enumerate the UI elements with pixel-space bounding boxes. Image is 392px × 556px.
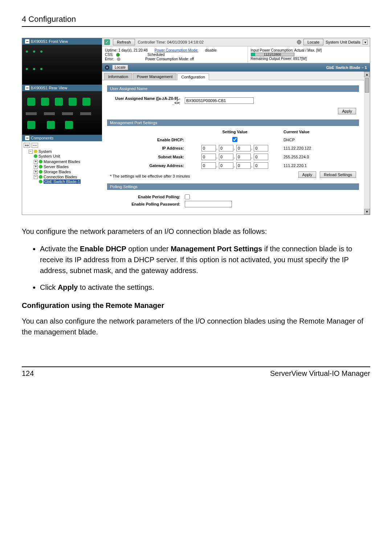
switch-blade-bar: Locate GbE Switch Blade – 1	[102, 63, 370, 72]
subnet-octet-4[interactable]	[254, 154, 268, 160]
tree-system[interactable]: System	[38, 149, 52, 154]
status-icon	[39, 160, 42, 163]
tab-configuration[interactable]: Configuration	[177, 73, 209, 80]
dhcp-current: DHCP	[283, 138, 356, 142]
locate-indicator-icon	[297, 40, 301, 44]
refresh-button[interactable]: Refresh	[113, 39, 135, 45]
locate-blade-button[interactable]: Locate	[112, 65, 128, 70]
scheduled-label: Scheduled	[147, 53, 164, 57]
tree-storage-blades[interactable]: Storage Blades	[44, 170, 71, 174]
css-status-icon	[116, 53, 120, 57]
tab-information[interactable]: Information	[104, 73, 132, 80]
management-port-settings-header: Management Port Settings	[107, 119, 359, 126]
closing-paragraph: You can also configure the network param…	[22, 316, 370, 337]
list-item: Activate the Enable DHCP option under Ma…	[40, 243, 370, 276]
remaining-power-label: Remaining Output Power: 8917[W]	[251, 57, 307, 61]
subnet-octet-2[interactable]	[219, 154, 233, 160]
apply-user-name-button[interactable]: Apply	[338, 108, 356, 114]
status-icon	[39, 165, 42, 169]
page-header: 4 Configuration	[22, 15, 370, 24]
expander-icon[interactable]: −	[29, 150, 33, 154]
components-header[interactable]: − Components	[22, 135, 102, 141]
enable-dhcp-checkbox[interactable]	[232, 137, 237, 142]
tree-mgmt-blades[interactable]: Management Blades	[44, 159, 80, 164]
apply-port-settings-button[interactable]: Apply	[298, 171, 317, 178]
ip-octet-2[interactable]	[219, 145, 233, 151]
subnet-mask-label: Subnet Mask:	[110, 155, 186, 159]
gateway-current: 111.22.220.1	[283, 163, 356, 168]
css-label: CSS:	[105, 53, 113, 57]
expander-icon[interactable]: −	[34, 175, 38, 179]
vertical-scrollbar[interactable]: ▲ ▼	[364, 72, 370, 215]
status-icon	[34, 154, 37, 158]
ip-octet-1[interactable]	[201, 145, 216, 151]
reload-settings-button[interactable]: Reload Settings	[320, 171, 356, 178]
subnet-octet-1[interactable]	[201, 154, 216, 160]
subnet-current: 255.255.224.0	[283, 155, 356, 159]
gw-octet-2[interactable]	[219, 162, 233, 169]
switch-blade-title: GbE Switch Blade – 1	[326, 65, 367, 70]
enable-period-polling-label: Enable Period Polling:	[110, 195, 183, 199]
polling-settings-header: Polling Settings	[107, 183, 359, 190]
page-footer: 124 ServerView Virtual-IO Manager	[22, 367, 370, 378]
locate-button[interactable]: Locate	[303, 39, 323, 45]
gw-octet-3[interactable]	[236, 162, 251, 169]
top-bar: ✓ Refresh Controller Time: 04/01/2009 14…	[102, 38, 370, 46]
system-unit-details-label: System Unit Details	[326, 40, 360, 44]
error-status-icon	[117, 57, 121, 61]
scroll-thumb[interactable]	[365, 78, 369, 93]
expander-icon[interactable]: +	[34, 165, 38, 169]
status-icon	[39, 180, 42, 183]
enable-period-polling-checkbox[interactable]	[185, 194, 190, 199]
error-label: Error:	[105, 57, 114, 61]
scroll-down-icon[interactable]: ▼	[364, 209, 370, 215]
collapse-all-icon[interactable]: −−	[32, 143, 38, 148]
tab-power-management[interactable]: Power Management	[133, 73, 176, 80]
tree-gbe-switch-1[interactable]: GbE Switch Blade-1	[44, 179, 81, 184]
left-column: − BX900S1 Front View − BX900S1 Rear View	[22, 38, 102, 215]
expander-icon[interactable]: +	[34, 160, 38, 164]
collapse-icon[interactable]: −	[25, 136, 29, 140]
pcm-value: disable	[205, 48, 217, 52]
rear-view-image	[22, 91, 102, 135]
subnet-octet-3[interactable]	[236, 154, 251, 160]
input-power-label: Input Power Consumption: Actual / Max. […	[251, 48, 322, 52]
polling-password-input[interactable]	[185, 201, 232, 207]
details-expand-icon[interactable]: ▾	[363, 40, 368, 45]
enable-dhcp-label: Enable DHCP:	[110, 138, 186, 142]
setting-value-header: Setting Value	[186, 130, 283, 134]
right-column: ✓ Refresh Controller Time: 04/01/2009 14…	[102, 38, 370, 215]
power-progress-bar: 1121/12800	[251, 53, 294, 56]
front-view-title: BX900S1 Front View	[31, 39, 68, 44]
current-value-header: Current Value	[283, 130, 356, 134]
gw-octet-4[interactable]	[254, 162, 268, 169]
controller-time: Controller Time: 04/01/2009 14:18:02	[138, 40, 294, 44]
expander-icon[interactable]: +	[34, 170, 38, 174]
user-assigned-name-input[interactable]	[185, 97, 254, 104]
status-icon	[39, 170, 42, 174]
scroll-up-icon[interactable]: ▲	[364, 72, 370, 77]
expand-all-icon[interactable]: ++	[24, 143, 30, 148]
page-number: 124	[22, 369, 34, 378]
gw-octet-1[interactable]	[201, 162, 216, 169]
status-icon	[34, 150, 37, 153]
rear-view-header[interactable]: − BX900S1 Rear View	[22, 85, 102, 91]
power-ratio: 1121/12800	[251, 53, 294, 56]
collapse-icon[interactable]: −	[25, 86, 29, 90]
status-ok-icon: ✓	[104, 39, 110, 45]
user-assigned-name-header: User Assigned Name	[107, 85, 359, 92]
component-tree: ++ −− −System System Unit +Management Bl…	[22, 141, 102, 215]
ip-address-label: IP Address:	[110, 146, 186, 150]
ip-octet-3[interactable]	[236, 145, 251, 151]
list-item: Click Apply to activate the settings.	[40, 282, 370, 293]
locate-radio-icon[interactable]	[105, 65, 109, 70]
ip-octet-4[interactable]	[254, 145, 268, 151]
pcm-link[interactable]: Power Consumption Mode:	[155, 48, 199, 52]
tree-server-blades[interactable]: Server Blades	[44, 165, 69, 169]
front-view-header[interactable]: − BX900S1 Front View	[22, 38, 102, 45]
tab-bar: Information Power Management Configurati…	[102, 72, 364, 80]
tree-connection-blades[interactable]: Connection Blades	[44, 175, 77, 179]
tree-system-unit[interactable]: System Unit	[38, 154, 60, 158]
collapse-icon[interactable]: −	[25, 39, 29, 44]
product-name: ServerView Virtual-IO Manager	[270, 369, 370, 378]
